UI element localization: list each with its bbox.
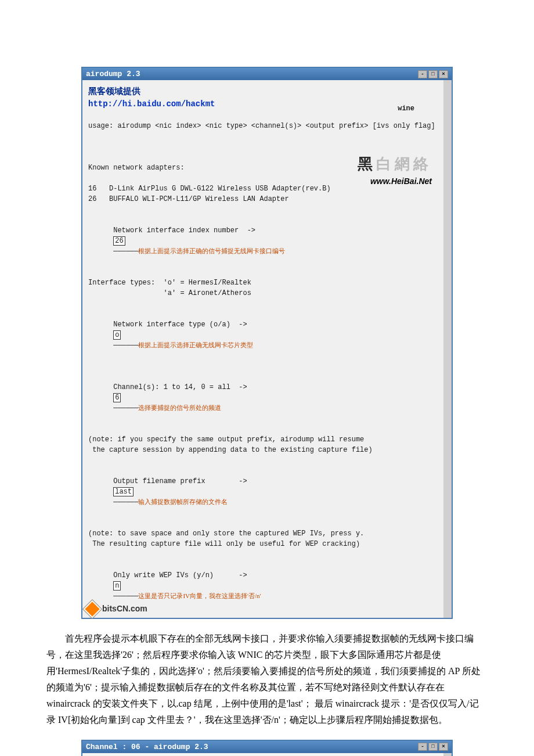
titlebar: airodump 2.3 - □ × [82, 68, 452, 80]
nic-index-input[interactable]: 26 [113, 236, 125, 246]
capture-area: BSSID PWR Beacons # Data CH MB ENC ESSID… [82, 753, 452, 757]
minimize-icon[interactable]: - [418, 70, 427, 78]
nic-type-line: Network interface type (o/a) -> o ──────… [88, 309, 438, 361]
annotation: 这里是否只记录IV向量，我在这里选择'否/n' [138, 592, 261, 599]
minimize-icon[interactable]: - [418, 743, 427, 751]
footer-logo: bitsCN.com [86, 603, 147, 615]
airodump-capture-window: Channel : 06 - airodump 2.3 - □ × BSSID … [81, 740, 453, 757]
output-line: Output filename prefix -> last ──────输入捕… [88, 466, 438, 518]
watermark: 黑白網絡 www.HeiBai.Net [358, 153, 432, 188]
ivs-input[interactable]: n [113, 581, 121, 591]
close-icon[interactable]: × [439, 70, 448, 78]
body-paragraph: 首先程序会提示本机眼下存在的全部无线网卡接口，并要求你输入须要捕捉数据帧的无线网… [46, 631, 488, 728]
annotation: 输入捕捉数据帧所存储的文件名 [138, 498, 228, 505]
usage-line: usage: airodump <nic index> <nic type> <… [88, 121, 438, 131]
maximize-icon[interactable]: □ [428, 70, 438, 78]
note: (note: to save space and only store the … [88, 528, 438, 549]
header-url: http://hi.baidu.com/hackmt [88, 98, 438, 110]
adapter-row: 26 BUFFALO WLI-PCM-L11/GP Wireless LAN A… [88, 194, 438, 204]
channel-line: Channel(s): 1 to 14, 0 = all -> 6 ──────… [88, 372, 438, 424]
terminal-area: 黑客领域提供 http://hi.baidu.com/hackmt wine 黑… [82, 80, 452, 618]
window-title: airodump 2.3 [86, 70, 140, 78]
window-buttons: - □ × [418, 743, 448, 751]
note: (note: if you specify the same output pr… [88, 434, 438, 455]
maximize-icon[interactable]: □ [428, 743, 438, 751]
annotation: 选择要捕捉的信号所处的频道 [138, 404, 221, 411]
output-input[interactable]: last [113, 487, 134, 496]
header-cn: 黑客领域提供 [88, 85, 438, 98]
titlebar: Channel : 06 - airodump 2.3 - □ × [82, 741, 452, 753]
airodump-config-window: airodump 2.3 - □ × 黑客领域提供 http://hi.baid… [81, 67, 453, 619]
window-buttons: - □ × [418, 70, 448, 78]
watermark-url: www.HeiBai.Net [358, 175, 432, 188]
iface-types: Interface types: 'o' = HermesI/Realtek '… [88, 278, 438, 298]
nic-type-input[interactable]: o [113, 330, 121, 340]
close-icon[interactable]: × [439, 743, 448, 751]
annotation: 根据上面提示选择正确的信号捕捉无线网卡接口编号 [138, 247, 285, 254]
annotation: 根据上面提示选择正确无线网卡芯片类型 [138, 341, 253, 348]
window-title: Channel : 06 - airodump 2.3 [86, 743, 208, 751]
channel-input[interactable]: 6 [113, 393, 121, 402]
wine-label: wine [398, 103, 414, 114]
diamond-icon [83, 600, 101, 618]
nic-index-line: Network interface index number -> 26 ───… [88, 215, 438, 267]
